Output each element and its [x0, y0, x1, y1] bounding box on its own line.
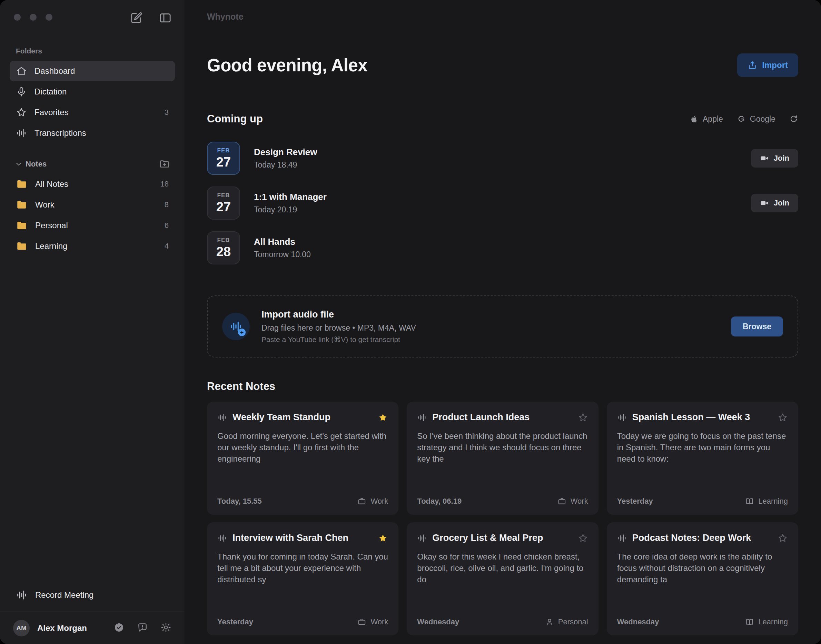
event-time: Tomorrow 10.00 — [254, 250, 311, 259]
audio-import-icon: + — [222, 313, 250, 340]
star-outline-icon[interactable] — [778, 533, 788, 543]
note-folder-tag: Work — [357, 618, 388, 626]
book-icon — [745, 618, 754, 626]
user-account-row[interactable]: AM Alex Morgan — [0, 612, 184, 644]
sidebar-folder-work[interactable]: Work 8 — [10, 195, 175, 215]
settings-gear-icon[interactable] — [160, 622, 171, 634]
sidebar-item-favorites[interactable]: Favorites 3 — [10, 102, 175, 123]
note-date: Wednesday — [617, 618, 659, 626]
import-audio-dropzone[interactable]: + Import audio file Drag files here or b… — [207, 296, 798, 357]
import-icon — [747, 60, 757, 70]
close-window-button[interactable] — [14, 14, 21, 21]
join-button[interactable]: Join — [751, 194, 798, 212]
notes-section-header[interactable]: Notes — [10, 159, 175, 170]
folder-count: 6 — [165, 221, 169, 230]
import-button[interactable]: Import — [737, 54, 798, 77]
star-filled-icon[interactable] — [378, 412, 388, 423]
sidebar-item-label: Transcriptions — [34, 128, 86, 138]
folder-count: 4 — [165, 242, 169, 251]
note-date: Yesterday — [217, 618, 253, 626]
event-time: Today 18.49 — [254, 160, 317, 170]
note-date: Today, 15.55 — [217, 497, 262, 506]
note-card[interactable]: Interview with Sarah Chen Thank you for … — [207, 522, 398, 635]
refresh-icon[interactable] — [789, 115, 798, 123]
record-meeting-button[interactable]: Record Meeting — [0, 583, 184, 607]
event-row[interactable]: FEB 27 1:1 with Manager Today 20.19 Join — [207, 187, 798, 219]
new-folder-icon[interactable] — [159, 159, 170, 170]
note-title: Interview with Sarah Chen — [232, 533, 348, 543]
note-date: Yesterday — [617, 497, 653, 506]
star-outline-icon[interactable] — [578, 412, 588, 423]
titlebar: Whynote — [207, 0, 798, 22]
coming-up-title: Coming up — [207, 113, 263, 125]
note-preview: Today we are going to focus on the past … — [617, 430, 788, 465]
record-meeting-label: Record Meeting — [35, 590, 94, 600]
note-card[interactable]: Product Launch Ideas So I've been thinki… — [407, 402, 598, 515]
waveform-icon — [16, 589, 28, 601]
compose-note-icon[interactable] — [129, 11, 143, 26]
sidebar-folder-personal[interactable]: Personal 6 — [10, 215, 175, 236]
event-row[interactable]: FEB 27 Design Review Today 18.49 Join — [207, 142, 798, 175]
note-date: Wednesday — [417, 618, 459, 626]
note-card[interactable]: Grocery List & Meal Prep Okay so for thi… — [407, 522, 598, 635]
note-title: Grocery List & Meal Prep — [432, 533, 543, 543]
star-outline-icon[interactable] — [578, 533, 588, 543]
sidebar-folder-label: All Notes — [35, 179, 68, 189]
note-title: Spanish Lesson — Week 3 — [632, 412, 750, 423]
sidebar-item-label: Dashboard — [34, 66, 75, 76]
sidebar-folder-label: Personal — [35, 221, 68, 230]
event-date-badge: FEB 28 — [207, 232, 240, 264]
apple-icon — [690, 115, 698, 123]
apple-calendar-toggle[interactable]: Apple — [690, 115, 723, 124]
sidebar-folder-learning[interactable]: Learning 4 — [10, 236, 175, 256]
recent-notes-title: Recent Notes — [207, 380, 798, 393]
waveform-icon — [617, 412, 627, 422]
person-icon — [545, 618, 554, 626]
event-title: 1:1 with Manager — [254, 192, 327, 202]
video-camera-icon — [760, 199, 769, 207]
note-folder-tag: Learning — [745, 618, 788, 626]
note-preview: The core idea of deep work is the abilit… — [617, 551, 788, 585]
star-filled-icon[interactable] — [378, 533, 388, 543]
note-folder-tag: Personal — [545, 618, 588, 626]
briefcase-icon — [357, 497, 366, 506]
folder-count: 18 — [160, 179, 169, 189]
folders-section-label: Folders — [10, 47, 175, 55]
google-icon — [737, 115, 746, 123]
event-row[interactable]: FEB 28 All Hands Tomorrow 10.00 — [207, 232, 798, 264]
toggle-sidebar-icon[interactable] — [158, 11, 172, 26]
folder-icon — [16, 240, 28, 252]
google-calendar-toggle[interactable]: Google — [737, 115, 775, 124]
notes-section-label: Notes — [26, 159, 46, 169]
note-title: Weekly Team Standup — [232, 412, 331, 423]
event-date-badge: FEB 27 — [207, 187, 240, 219]
zoom-window-button[interactable] — [46, 14, 52, 21]
page-title: Good evening, Alex — [207, 55, 367, 75]
video-camera-icon — [760, 154, 769, 163]
waveform-icon — [617, 533, 627, 543]
window-controls — [14, 14, 52, 21]
sidebar-item-dictation[interactable]: Dictation — [10, 81, 175, 102]
feedback-icon[interactable] — [137, 622, 148, 634]
waveform-icon — [217, 412, 227, 422]
app-window: Folders Dashboard Dictation Favorites 3 … — [0, 0, 821, 644]
join-button[interactable]: Join — [751, 149, 798, 167]
sidebar: Folders Dashboard Dictation Favorites 3 … — [0, 0, 185, 644]
home-icon — [16, 66, 27, 77]
note-card[interactable]: Weekly Team Standup Good morning everyon… — [207, 402, 398, 515]
note-card[interactable]: Podcast Notes: Deep Work The core idea o… — [607, 522, 798, 635]
status-check-icon[interactable] — [114, 622, 125, 634]
star-outline-icon[interactable] — [778, 412, 788, 423]
note-folder-tag: Work — [557, 497, 588, 506]
sidebar-item-dashboard[interactable]: Dashboard — [10, 61, 175, 81]
note-preview: Okay so for this week I need chicken bre… — [417, 551, 588, 585]
waveform-icon — [16, 127, 27, 139]
note-preview: So I've been thinking about the product … — [417, 430, 588, 465]
minimize-window-button[interactable] — [30, 14, 37, 21]
sidebar-folder-all-notes[interactable]: All Notes 18 — [10, 174, 175, 195]
folder-icon — [16, 199, 28, 211]
sidebar-item-transcriptions[interactable]: Transcriptions — [10, 123, 175, 143]
browse-button[interactable]: Browse — [731, 316, 783, 336]
microphone-icon — [16, 86, 27, 97]
note-card[interactable]: Spanish Lesson — Week 3 Today we are goi… — [607, 402, 798, 515]
